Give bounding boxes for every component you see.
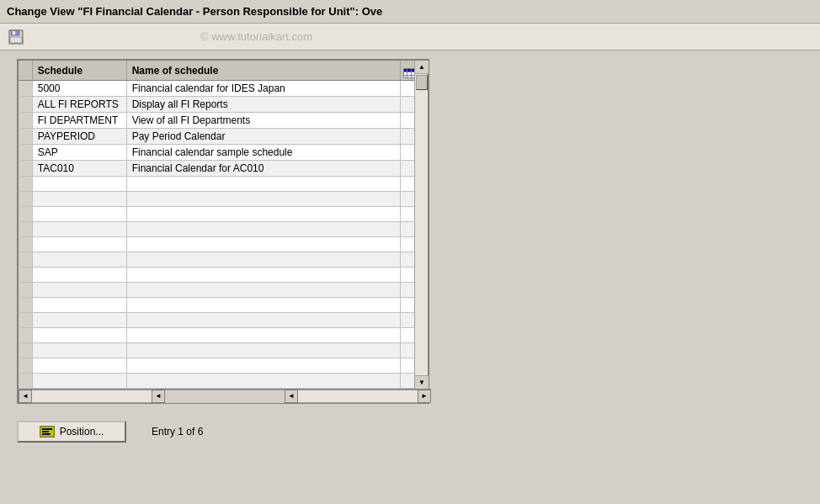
row-selector[interactable] [19, 252, 32, 268]
table-row[interactable] [19, 252, 418, 268]
row-selector[interactable] [19, 81, 32, 97]
svg-rect-5 [42, 428, 52, 430]
table-inner: Schedule Name of schedule [19, 61, 418, 389]
title-text: Change View "FI Financial Calendar - Per… [7, 5, 382, 18]
cell-schedule [32, 237, 126, 252]
row-selector[interactable] [19, 113, 32, 129]
cell-schedule [32, 252, 126, 268]
row-selector[interactable] [19, 268, 32, 283]
table-row[interactable] [19, 192, 418, 207]
row-selector[interactable] [19, 192, 32, 207]
cell-name [126, 207, 400, 222]
table-row[interactable]: SAPFinancial calendar sample schedule [19, 145, 418, 161]
save-icon[interactable] [7, 28, 25, 46]
vertical-scrollbar[interactable]: ▲ ▼ [414, 61, 428, 389]
cell-schedule [32, 268, 126, 283]
scroll-left-button2[interactable]: ◄ [285, 390, 298, 403]
h-scroll-track[interactable] [32, 390, 152, 403]
cell-schedule: SAP [32, 145, 126, 161]
cell-name [126, 252, 400, 268]
row-selector[interactable] [19, 222, 32, 237]
scroll-right-button[interactable]: ► [418, 390, 431, 403]
data-table: Schedule Name of schedule [19, 61, 418, 389]
scroll-track[interactable] [415, 74, 428, 375]
cell-schedule: TAC010 [32, 161, 126, 177]
cell-name: Financial Calendar for AC010 [126, 161, 400, 177]
row-selector[interactable] [19, 161, 32, 177]
scroll-down-button[interactable]: ▼ [415, 375, 429, 389]
row-selector[interactable] [19, 328, 32, 343]
row-selector[interactable] [19, 177, 32, 192]
header-name: Name of schedule [126, 61, 400, 81]
title-bar: Change View "FI Financial Calendar - Per… [0, 0, 820, 24]
cell-schedule [32, 192, 126, 207]
table-row[interactable] [19, 222, 418, 237]
cell-name [126, 358, 400, 374]
cell-schedule [32, 177, 126, 192]
table-outer: Schedule Name of schedule [17, 59, 429, 404]
row-selector[interactable] [19, 97, 32, 113]
cell-name [126, 283, 400, 298]
cell-name [126, 328, 400, 343]
position-icon [40, 426, 55, 438]
table-row[interactable] [19, 343, 418, 358]
position-button-label: Position... [60, 426, 104, 438]
row-selector[interactable] [19, 358, 32, 374]
cell-name: Financial calendar for IDES Japan [126, 81, 400, 97]
cell-name [126, 192, 400, 207]
watermark: © www.tutorialkart.com [200, 30, 312, 43]
cell-name: Pay Period Calendar [126, 129, 400, 145]
table-row[interactable] [19, 358, 418, 374]
table-row[interactable] [19, 283, 418, 298]
table-row[interactable] [19, 374, 418, 389]
cell-schedule [32, 207, 126, 222]
cell-schedule [32, 313, 126, 328]
cell-schedule: PAYPERIOD [32, 129, 126, 145]
cell-name [126, 298, 400, 313]
table-row[interactable]: TAC010Financial Calendar for AC010 [19, 161, 418, 177]
table-header-row: Schedule Name of schedule [19, 61, 418, 81]
row-selector[interactable] [19, 343, 32, 358]
table-row[interactable] [19, 268, 418, 283]
row-selector[interactable] [19, 283, 32, 298]
position-button[interactable]: Position... [17, 421, 126, 443]
h-scroll-track2[interactable] [298, 390, 418, 403]
table-row[interactable] [19, 237, 418, 252]
row-selector[interactable] [19, 313, 32, 328]
row-selector[interactable] [19, 129, 32, 145]
cell-schedule [32, 328, 126, 343]
bottom-bar: Position... Entry 1 of 6 [17, 421, 203, 443]
cell-name [126, 313, 400, 328]
row-selector[interactable] [19, 145, 32, 161]
row-selector[interactable] [19, 237, 32, 252]
cell-schedule: FI DEPARTMENT [32, 113, 126, 129]
row-selector[interactable] [19, 374, 32, 389]
cell-name [126, 268, 400, 283]
scroll-right-button2[interactable]: ◄ [152, 390, 165, 403]
row-selector[interactable] [19, 207, 32, 222]
horizontal-scrollbar[interactable]: ◄ ◄ ◄ ► [19, 389, 431, 402]
table-row[interactable] [19, 328, 418, 343]
table-row[interactable] [19, 298, 418, 313]
main-content: Schedule Name of schedule [0, 50, 820, 504]
scroll-thumb[interactable] [416, 75, 428, 90]
table-row[interactable] [19, 207, 418, 222]
svg-rect-2 [13, 31, 15, 34]
table-row[interactable]: FI DEPARTMENTView of all FI Departments [19, 113, 418, 129]
row-selector[interactable] [19, 298, 32, 313]
scroll-left-button[interactable]: ◄ [19, 390, 32, 403]
cell-schedule [32, 343, 126, 358]
table-row[interactable] [19, 177, 418, 192]
table-row[interactable]: 5000Financial calendar for IDES Japan [19, 81, 418, 97]
cell-schedule: 5000 [32, 81, 126, 97]
table-row[interactable] [19, 313, 418, 328]
cell-schedule [32, 358, 126, 374]
scroll-up-button[interactable]: ▲ [415, 61, 429, 74]
header-selector [19, 61, 32, 81]
cell-name [126, 222, 400, 237]
entry-info: Entry 1 of 6 [152, 426, 203, 438]
table-row[interactable]: ALL FI REPORTSDisplay all FI Reports [19, 97, 418, 113]
table-row[interactable]: PAYPERIODPay Period Calendar [19, 129, 418, 145]
header-schedule: Schedule [32, 61, 126, 81]
cell-name: Financial calendar sample schedule [126, 145, 400, 161]
